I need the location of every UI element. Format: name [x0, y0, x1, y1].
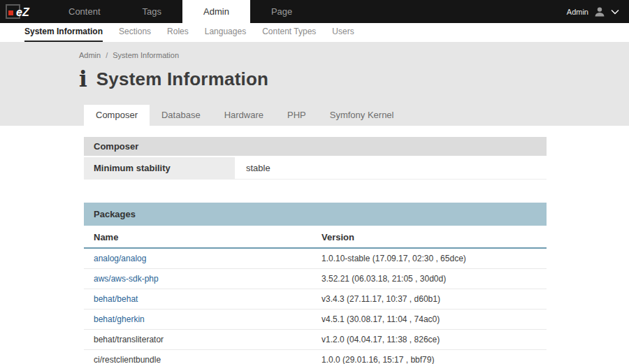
- package-name[interactable]: aws/aws-sdk-php: [84, 269, 312, 289]
- composer-row-value: stable: [236, 157, 547, 179]
- content-panel: Composer Minimum stability stable Packag…: [0, 126, 629, 364]
- table-row: aws/aws-sdk-php 3.52.21 (06.03.18, 21:05…: [84, 269, 547, 289]
- composer-section-title: Composer: [84, 137, 547, 156]
- composer-section: Composer Minimum stability stable: [84, 137, 547, 180]
- breadcrumb-separator: /: [106, 51, 108, 59]
- tab-composer[interactable]: Composer: [84, 105, 150, 126]
- packages-section-title: Packages: [84, 203, 547, 226]
- package-name[interactable]: behat/behat: [84, 289, 312, 309]
- package-version: 1.0.0 (29.01.16, 15:17 , bbf79): [312, 350, 547, 364]
- topnav-item-admin[interactable]: Admin: [182, 0, 250, 23]
- package-name: ci/restclientbundle: [84, 350, 312, 364]
- topnav-item-page[interactable]: Page: [250, 0, 313, 23]
- composer-row-label: Minimum stability: [84, 157, 236, 179]
- tab-php[interactable]: PHP: [275, 105, 318, 126]
- subnav-item-roles[interactable]: Roles: [167, 23, 189, 42]
- avatar-icon: [593, 6, 606, 18]
- chevron-down-icon: [611, 9, 619, 15]
- subnav-item-users[interactable]: Users: [332, 23, 354, 42]
- table-row: behat/behat v3.4.3 (27.11.17, 10:37 , d6…: [84, 289, 547, 310]
- user-name-label: Admin: [567, 8, 588, 16]
- package-version: v4.5.1 (30.08.17, 11:04 , 74ac0): [312, 310, 547, 329]
- package-version: v3.4.3 (27.11.17, 10:37 , d60b1): [312, 289, 547, 309]
- package-version: 3.52.21 (06.03.18, 21:05 , 30d0d): [312, 269, 547, 289]
- table-row: Minimum stability stable: [84, 157, 547, 180]
- breadcrumb: Admin/System Information: [0, 42, 629, 59]
- ez-logo[interactable]: eZ: [0, 0, 48, 23]
- topnav-item-tags[interactable]: Tags: [122, 0, 182, 23]
- column-header-version: Version: [312, 226, 547, 247]
- column-header-name: Name: [84, 226, 312, 247]
- user-menu[interactable]: Admin: [567, 0, 629, 23]
- table-row: behat/gherkin v4.5.1 (30.08.17, 11:04 , …: [84, 310, 547, 330]
- info-icon: i: [79, 70, 87, 89]
- package-name[interactable]: behat/gherkin: [84, 310, 312, 329]
- tab-database[interactable]: Database: [150, 105, 212, 126]
- page-header-area: Admin/System Information i System Inform…: [0, 42, 629, 126]
- table-row: behat/transliterator v1.2.0 (04.04.17, 1…: [84, 330, 547, 350]
- subnav-item-sections[interactable]: Sections: [119, 23, 151, 42]
- table-row: ci/restclientbundle 1.0.0 (29.01.16, 15:…: [84, 350, 547, 364]
- subnav-item-languages[interactable]: Languages: [205, 23, 246, 42]
- package-name[interactable]: analog/analog: [84, 249, 312, 268]
- packages-rows: analog/analog 1.0.10-stable (17.09.17, 0…: [84, 249, 547, 364]
- table-row: analog/analog 1.0.10-stable (17.09.17, 0…: [84, 249, 547, 269]
- topnav-item-content[interactable]: Content: [48, 0, 122, 23]
- subnav-item-system-information[interactable]: System Information: [24, 23, 103, 42]
- breadcrumb-admin[interactable]: Admin: [79, 51, 101, 59]
- subnav-item-content-types[interactable]: Content Types: [262, 23, 316, 42]
- system-info-tabs: Composer Database Hardware PHP Symfony K…: [84, 105, 629, 126]
- tab-hardware[interactable]: Hardware: [212, 105, 275, 126]
- packages-column-headers: Name Version: [84, 226, 547, 249]
- tab-symfony-kernel[interactable]: Symfony Kernel: [318, 105, 406, 126]
- breadcrumb-system-information[interactable]: System Information: [113, 51, 179, 59]
- svg-text:eZ: eZ: [16, 6, 30, 18]
- page-title: System Information: [96, 68, 268, 90]
- topbar: eZ Content Tags Admin Page Admin: [0, 0, 629, 23]
- package-name: behat/transliterator: [84, 330, 312, 349]
- package-version: 1.0.10-stable (17.09.17, 02:30 , 65dce): [312, 249, 547, 268]
- ez-logo-icon: eZ: [6, 4, 36, 20]
- admin-subnav: System Information Sections Roles Langua…: [0, 23, 629, 42]
- packages-section: Packages Name Version analog/analog 1.0.…: [84, 203, 547, 364]
- package-version: v1.2.0 (04.04.17, 11:38 , 826ce): [312, 330, 547, 349]
